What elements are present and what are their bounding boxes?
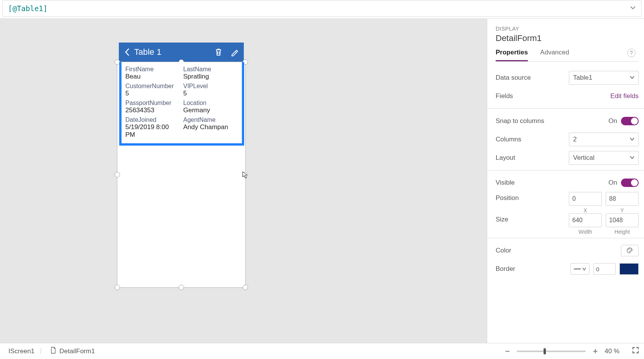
canvas[interactable]: Table 1 FirstNameBeau LastNameSpratling: [0, 18, 487, 343]
field-value: Beau: [125, 73, 180, 80]
position-x-input[interactable]: [569, 192, 602, 206]
formula-text: [@Table1]: [8, 4, 48, 13]
prop-label-fields: Fields: [496, 92, 610, 100]
delete-icon[interactable]: [215, 48, 222, 56]
detail-card-header: Table 1: [119, 43, 244, 62]
field-value: 25634353: [125, 107, 180, 114]
field-value: Germany: [183, 107, 238, 114]
prop-label-columns: Columns: [496, 136, 569, 143]
chevron-down-icon: [630, 154, 634, 162]
svg-point-0: [628, 249, 629, 250]
fit-to-screen-button[interactable]: [632, 346, 639, 356]
status-bar: IScreen1 〉 DetailForm1 − + 40 %: [0, 343, 644, 359]
detail-card[interactable]: FirstNameBeau LastNameSpratling Customer…: [119, 62, 244, 146]
prop-label-datasource: Data source: [496, 74, 569, 82]
properties-panel: DISPLAY DetailForm1 ? Properties Advance…: [487, 18, 644, 343]
field-value: 5: [125, 90, 180, 97]
y-caption: Y: [606, 207, 639, 213]
help-icon[interactable]: ?: [627, 49, 636, 57]
prop-label-border: Border: [496, 265, 570, 273]
visible-toggle[interactable]: [621, 179, 639, 187]
prop-label-visible: Visible: [496, 179, 608, 187]
fields-grid: FirstNameBeau LastNameSpratling Customer…: [122, 62, 242, 143]
breadcrumb-screen[interactable]: IScreen1: [5, 348, 38, 355]
field-label: AgentName: [183, 116, 238, 123]
field-label: FirstName: [125, 66, 180, 73]
field-label: VIPLevel: [183, 83, 238, 90]
tab-advanced[interactable]: Advanced: [540, 49, 569, 61]
width-caption: Width: [569, 229, 602, 235]
back-icon[interactable]: [124, 48, 131, 57]
resize-handle[interactable]: [115, 285, 120, 290]
field-label: LastName: [183, 66, 238, 73]
field-value: 5: [183, 90, 238, 97]
layout-value: Vertical: [573, 154, 595, 162]
breadcrumb-control[interactable]: DetailForm1: [46, 347, 99, 356]
border-width-input[interactable]: [593, 263, 616, 275]
columns-dropdown[interactable]: 2: [569, 133, 639, 146]
panel-section-label: DISPLAY: [496, 26, 639, 32]
zoom-out-button[interactable]: −: [505, 347, 510, 356]
breadcrumb-separator: 〉: [39, 347, 46, 356]
height-caption: Height: [606, 229, 639, 235]
field-label: DateJoined: [125, 116, 180, 123]
resize-handle[interactable]: [115, 172, 120, 177]
size-width-input[interactable]: [569, 213, 602, 227]
visible-state: On: [608, 179, 617, 187]
snap-state: On: [608, 117, 617, 125]
resize-handle[interactable]: [179, 285, 184, 290]
snap-toggle[interactable]: [621, 117, 639, 125]
svg-point-1: [629, 249, 630, 249]
zoom-slider[interactable]: [517, 351, 586, 352]
panel-title: DetailForm1: [496, 33, 639, 43]
svg-point-2: [631, 249, 631, 250]
edit-icon[interactable]: [231, 48, 238, 56]
field-label: Location: [183, 100, 238, 107]
columns-value: 2: [573, 136, 577, 143]
tab-properties[interactable]: Properties: [496, 49, 528, 61]
prop-label-color: Color: [496, 247, 621, 254]
field-label: CustomerNumber: [125, 83, 180, 90]
formula-expand-button[interactable]: [630, 5, 636, 12]
field-label: PassportNumber: [125, 100, 180, 107]
zoom-thumb[interactable]: [544, 348, 546, 354]
position-y-input[interactable]: [606, 192, 639, 206]
chevron-down-icon: [630, 74, 634, 82]
document-icon: [50, 347, 56, 356]
field-value: 5/19/2019 8:00 PM: [125, 123, 180, 139]
zoom-controls: − + 40 %: [505, 346, 639, 356]
field-value: Andy Champan: [183, 123, 238, 131]
border-style-dropdown[interactable]: [570, 263, 590, 275]
edit-fields-link[interactable]: Edit fields: [610, 92, 639, 100]
prop-label-snap: Snap to columns: [496, 117, 608, 125]
panel-tabs: Properties Advanced: [496, 49, 639, 62]
border-color-swatch[interactable]: [619, 263, 639, 275]
size-height-input[interactable]: [606, 213, 639, 227]
chevron-down-icon: [630, 136, 634, 143]
x-caption: X: [569, 207, 602, 213]
field-value: Spratling: [183, 73, 238, 80]
layout-dropdown[interactable]: Vertical: [569, 151, 639, 165]
card-title: Table 1: [134, 47, 161, 57]
zoom-level: 40 %: [605, 348, 619, 355]
datasource-dropdown[interactable]: Table1: [569, 71, 639, 85]
detail-form-container[interactable]: FirstNameBeau LastNameSpratling Customer…: [117, 62, 246, 288]
prop-label-size: Size: [496, 213, 569, 223]
zoom-in-button[interactable]: +: [593, 347, 598, 356]
prop-label-layout: Layout: [496, 154, 569, 162]
resize-handle[interactable]: [243, 172, 248, 177]
formula-bar[interactable]: [@Table1]: [2, 0, 642, 17]
color-picker[interactable]: [621, 245, 639, 256]
resize-handle[interactable]: [243, 285, 248, 290]
prop-label-position: Position: [496, 192, 569, 202]
datasource-value: Table1: [573, 74, 592, 82]
